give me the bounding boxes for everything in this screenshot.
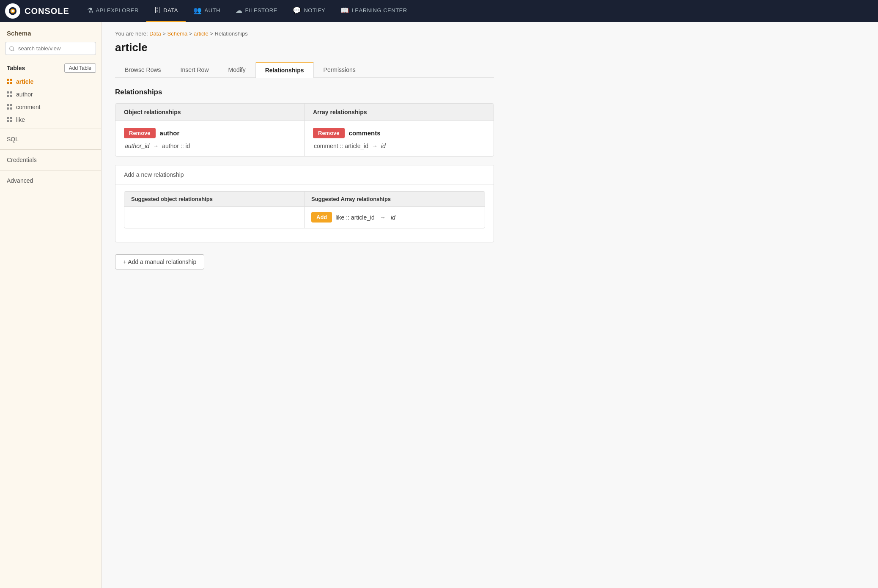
array-rel-to-italic: id [381,143,386,149]
grid-icon-article [7,79,13,85]
logo-text: CONSOLE [25,6,69,16]
topnav: CONSOLE ⚗ API EXPLORER 🗄 DATA 👥 AUTH ☁ F… [0,0,878,22]
nav-filestore[interactable]: ☁ FILESTORE [228,0,285,22]
rel-table-header: Object relationships Array relationships [115,104,494,121]
array-rel-row-comments: Remove comments [313,128,485,138]
data-icon: 🗄 [154,7,161,14]
object-rel-mapping-author: author_id → author :: id [124,143,296,149]
search-input[interactable] [5,42,96,55]
suggested-array-from: like :: article_id [335,214,375,221]
sidebar-item-comment[interactable]: comment [0,101,101,113]
tab-permissions[interactable]: Permissions [314,62,365,78]
array-rel-name-comments: comments [349,129,381,137]
suggested-array-header: Suggested Array relationships [305,192,485,207]
suggested-table-body: Add like :: article_id → id [124,207,485,228]
main-content: You are here: Data > Schema > article > … [102,22,878,588]
sidebar-divider-3 [0,170,101,170]
add-like-button[interactable]: Add [311,212,332,223]
breadcrumb: You are here: Data > Schema > article > … [115,30,494,37]
breadcrumb-prefix: You are here: [115,30,149,37]
suggested-array-to-italic: id [391,214,395,221]
learning-center-icon: 📖 [340,6,349,14]
notify-icon: 💬 [293,6,302,14]
rel-table-body: Remove author author_id → author :: id R… [115,121,494,156]
suggested-table: Suggested object relationships Suggested… [124,191,485,228]
api-explorer-icon: ⚗ [87,6,93,14]
grid-icon-comment [7,104,13,110]
sidebar-divider-2 [0,149,101,150]
suggested-array-row-like: Add like :: article_id → id [311,212,478,223]
tables-header: Tables Add Table [0,60,101,75]
add-relationship-box: Add a new relationship Suggested object … [115,165,494,242]
suggested-table-header: Suggested object relationships Suggested… [124,192,485,207]
logo[interactable]: CONSOLE [5,3,69,19]
grid-icon-like [7,117,13,123]
svg-point-2 [11,10,14,12]
array-rel-from: comment :: article_id [314,143,368,149]
add-table-button[interactable]: Add Table [64,63,96,73]
topnav-items: ⚗ API EXPLORER 🗄 DATA 👥 AUTH ☁ FILESTORE… [80,0,415,22]
grid-icon-author [7,91,13,97]
object-col-header: Object relationships [115,104,305,121]
breadcrumb-current: Relationships [215,30,248,37]
breadcrumb-article[interactable]: article [194,30,209,37]
object-rel-to: author :: id [162,143,190,149]
add-manual-relationship-button[interactable]: + Add a manual relationship [115,254,204,269]
breadcrumb-schema[interactable]: Schema [167,30,188,37]
nav-auth[interactable]: 👥 AUTH [186,0,228,22]
suggested-object-body [124,207,305,228]
suggested-object-header: Suggested object relationships [124,192,305,207]
layout: Schema Tables Add Table article author c… [0,22,878,588]
sidebar-item-sql[interactable]: SQL [0,132,101,147]
object-rel-body: Remove author author_id → author :: id [115,121,305,156]
suggested-array-body: Add like :: article_id → id [305,207,485,228]
array-rel-mapping-comments: comment :: article_id → id [313,143,485,149]
object-rel-name-author: author [160,129,180,137]
sidebar-item-article[interactable]: article [0,75,101,88]
remove-comments-button[interactable]: Remove [313,128,345,138]
nav-learning-center[interactable]: 📖 LEARNING CENTER [333,0,415,22]
sidebar: Schema Tables Add Table article author c… [0,22,102,588]
sidebar-item-credentials[interactable]: Credentials [0,152,101,168]
nav-api-explorer[interactable]: ⚗ API EXPLORER [80,0,146,22]
add-rel-header: Add a new relationship [115,165,494,184]
object-rel-from-italic: author_id [125,143,149,149]
tab-insert-row[interactable]: Insert Row [171,62,219,78]
relationships-table: Object relationships Array relationships… [115,103,494,157]
page-title: article [115,41,494,54]
relationships-section-title: Relationships [115,88,494,96]
sidebar-item-author[interactable]: author [0,88,101,101]
auth-icon: 👥 [193,6,202,14]
main-inner: You are here: Data > Schema > article > … [102,22,508,278]
sidebar-divider-1 [0,129,101,129]
object-rel-row-author: Remove author [124,128,296,138]
nav-data[interactable]: 🗄 DATA [146,0,186,22]
breadcrumb-data[interactable]: Data [149,30,161,37]
remove-author-button[interactable]: Remove [124,128,156,138]
schema-header: Schema [0,22,101,42]
tab-modify[interactable]: Modify [219,62,255,78]
tab-browse-rows[interactable]: Browse Rows [115,62,171,78]
tab-relationships[interactable]: Relationships [255,62,314,78]
logo-icon [5,3,20,19]
filestore-icon: ☁ [236,6,243,14]
sidebar-item-advanced[interactable]: Advanced [0,173,101,188]
sidebar-item-like[interactable]: like [0,113,101,126]
tabs: Browse Rows Insert Row Modify Relationsh… [115,62,494,78]
search-container [5,42,96,55]
array-rel-body: Remove comments comment :: article_id → … [305,121,494,156]
tables-label: Tables [7,65,25,71]
nav-notify[interactable]: 💬 NOTIFY [285,0,333,22]
array-col-header: Array relationships [305,104,494,121]
